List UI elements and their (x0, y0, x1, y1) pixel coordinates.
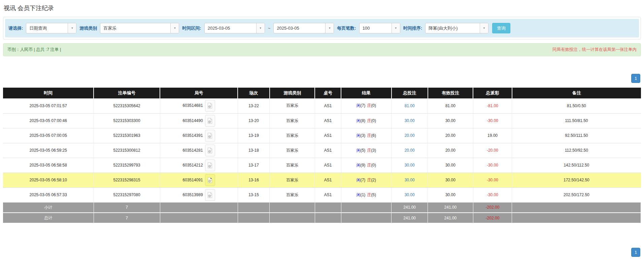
player-count: (7) (361, 103, 366, 108)
cell-bet-id: 522315305642 (94, 98, 160, 113)
total-bet-link[interactable]: 30.00 (405, 118, 415, 123)
cell-remark: 112.50/92.50 (512, 143, 641, 158)
cell-remark: 202.50/172.50 (512, 187, 641, 202)
table-row: 2025-03-05 06:59:25 522315300812 6035142… (3, 143, 641, 158)
cell-time: 2025-03-05 07:00:05 (3, 128, 94, 143)
banker-label: 庄 (367, 103, 371, 108)
cell-session: 13-15 (238, 187, 270, 202)
cell-payout: -30.00 (473, 173, 512, 187)
cell-time: 2025-03-05 06:59:25 (3, 143, 94, 158)
banker-count: (0) (371, 163, 376, 168)
subtotal-label: 小计 (3, 202, 94, 213)
cell-bet-id: 522315301963 (94, 128, 160, 143)
cell-payout: -81.00 (473, 98, 512, 113)
chevron-down-icon[interactable]: ▼ (480, 23, 488, 33)
cell-result: 闲(9)庄(0) (341, 158, 392, 173)
cell-payout: -30.00 (473, 113, 512, 128)
total-bet-link[interactable]: 30.00 (405, 163, 415, 168)
total-count: 7 (94, 213, 160, 223)
video-replay-button[interactable] (205, 115, 215, 127)
cell-session: 13-22 (238, 98, 270, 113)
chevron-down-icon[interactable]: ▼ (256, 23, 265, 33)
cell-table: AS1 (315, 173, 341, 187)
video-replay-button[interactable] (205, 174, 215, 186)
date-to-dropdown[interactable]: 2025-03-05 ▼ (273, 23, 334, 33)
query-type-label: 请选择: (8, 25, 23, 31)
video-replay-button[interactable] (205, 145, 215, 156)
round-number: 603514490 (183, 118, 203, 123)
chevron-down-icon[interactable]: ▼ (68, 23, 76, 33)
cell-game-type: 百家乐 (270, 113, 315, 128)
player-count: (3) (361, 133, 366, 138)
video-replay-button[interactable] (205, 100, 215, 112)
round-number: 603513989 (183, 192, 203, 197)
player-count: (8) (361, 118, 366, 123)
banker-count: (0) (371, 118, 376, 123)
cell-round: 603513989 (160, 187, 238, 202)
video-replay-button[interactable] (205, 159, 215, 171)
total-bet-link[interactable]: 81.00 (405, 103, 415, 108)
cell-valid-bet: 20.00 (428, 128, 473, 143)
player-label: 闲 (357, 103, 361, 108)
summary-note: 同局有效投注，统一计算在该局第一张注单内 (552, 47, 637, 53)
summary-text: 币别：人民币 | 总共 :7 注单 | (7, 47, 61, 53)
cell-table: AS1 (315, 98, 341, 113)
header-session: 场次 (238, 88, 270, 98)
total-bet-link[interactable]: 30.00 (405, 178, 415, 182)
round-number: 603514091 (183, 177, 203, 182)
date-from-dropdown[interactable]: 2025-03-05 ▼ (204, 23, 265, 33)
subtotal-row: 小计 7 241.00 241.00 -202.00 (3, 202, 641, 213)
filter-bar: 请选择: 日期查询 ▼ 游戏类别 百家乐 ▼ 时间区间: 2025-03-05 … (5, 19, 639, 37)
cell-valid-bet: 30.00 (428, 158, 473, 173)
cell-remark: 111.50/81.50 (512, 113, 641, 128)
cell-total-bet: 30.00 (392, 158, 428, 173)
video-file-icon (207, 147, 212, 154)
header-total-bet: 总投注 (392, 88, 428, 98)
round-number: 603514212 (183, 162, 203, 167)
player-label: 闲 (357, 163, 361, 168)
query-type-value: 日期查询 (26, 23, 68, 33)
header-round: 局号 (160, 88, 238, 98)
chevron-down-icon[interactable]: ▼ (392, 23, 400, 33)
per-page-dropdown[interactable]: 100 ▼ (359, 23, 400, 33)
total-bet-link[interactable]: 30.00 (405, 192, 415, 197)
game-type-dropdown[interactable]: 百家乐 ▼ (100, 23, 179, 33)
page-1-button[interactable]: 1 (631, 74, 640, 83)
bet-records-table: 时间 注单编号 局号 场次 游戏类别 桌号 结果 总投注 有效投注 总派彩 备注… (3, 88, 641, 223)
game-type-label: 游戏类别 (79, 25, 97, 31)
cell-table: AS1 (315, 143, 341, 158)
cell-round: 603514490 (160, 113, 238, 128)
table-row: 2025-03-05 07:00:05 522315301963 6035143… (3, 128, 641, 143)
header-table: 桌号 (315, 88, 341, 98)
page-title: 视讯 会员下注纪录 (4, 4, 641, 12)
cell-result: 闲(7)庄(2) (341, 173, 392, 187)
video-file-icon (207, 118, 212, 124)
banker-count: (3) (371, 148, 376, 153)
page: 视讯 会员下注纪录 请选择: 日期查询 ▼ 游戏类别 百家乐 ▼ 时间区间: 2… (0, 0, 644, 260)
player-count: (1) (361, 192, 366, 197)
chevron-down-icon[interactable]: ▼ (325, 23, 334, 33)
query-type-dropdown[interactable]: 日期查询 ▼ (26, 23, 76, 33)
cell-valid-bet: 20.00 (428, 143, 473, 158)
total-bet-link[interactable]: 20.00 (405, 133, 415, 138)
cell-time: 2025-03-05 06:57:33 (3, 187, 94, 202)
search-button[interactable]: 查询 (492, 23, 510, 33)
subtotal-count: 7 (94, 202, 160, 213)
sort-order-dropdown[interactable]: 降冪(由大到小) ▼ (425, 23, 488, 33)
cell-payout: -30.00 (473, 158, 512, 173)
video-replay-button[interactable] (205, 189, 215, 201)
cell-result: 闲(3)庄(6) (341, 128, 392, 143)
total-total-bet: 241.00 (392, 213, 428, 223)
banker-label: 庄 (367, 148, 371, 153)
sort-order-value: 降冪(由大到小) (426, 23, 480, 33)
video-replay-button[interactable] (205, 130, 215, 142)
banker-label: 庄 (367, 118, 371, 123)
total-row: 总计 7 241.00 241.00 -202.00 (3, 213, 641, 223)
total-bet-link[interactable]: 20.00 (405, 148, 415, 153)
header-valid-bet: 有效投注 (428, 88, 473, 98)
date-to-value: 2025-03-05 (274, 23, 325, 33)
cell-session: 13-20 (238, 113, 270, 128)
total-valid-bet: 241.00 (428, 213, 473, 223)
chevron-down-icon[interactable]: ▼ (170, 23, 179, 33)
page-1-button[interactable]: 1 (631, 248, 640, 257)
